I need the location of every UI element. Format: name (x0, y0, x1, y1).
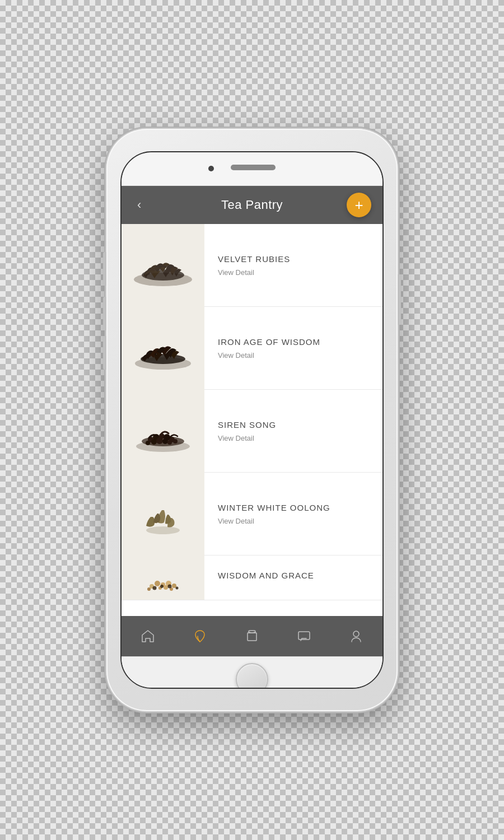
nav-item-profile[interactable] (339, 624, 373, 648)
svg-point-25 (164, 585, 168, 590)
svg-point-15 (146, 441, 150, 445)
speaker-grill (231, 165, 276, 170)
phone-top-bar (122, 152, 382, 186)
nav-item-home[interactable] (131, 624, 165, 648)
home-button[interactable] (236, 663, 268, 689)
list-item[interactable]: VELVET RUBIES View Detail (122, 224, 382, 307)
svg-point-22 (172, 584, 176, 588)
tea-name-4: WINTER WHITE OOLONG (218, 503, 369, 512)
add-tea-button[interactable]: + (347, 193, 371, 217)
list-item[interactable]: WISDOM AND GRACE (122, 556, 382, 600)
bottom-nav (122, 616, 382, 656)
svg-point-19 (155, 581, 160, 586)
list-item[interactable]: IRON AGE OF WISDOM View Detail (122, 307, 382, 390)
svg-point-33 (353, 631, 359, 637)
tea-name-3: SIREN SONG (218, 420, 369, 430)
svg-point-16 (173, 439, 178, 444)
tea-info-1: VELVET RUBIES View Detail (204, 245, 382, 286)
list-item[interactable]: SIREN SONG View Detail (122, 390, 382, 473)
tea-info-5: WISDOM AND GRACE (204, 562, 382, 594)
tea-leaf-icon (192, 628, 208, 644)
tea-image-4 (122, 473, 204, 556)
svg-point-12 (156, 437, 163, 444)
tea-info-4: WINTER WHITE OOLONG View Detail (204, 494, 382, 534)
home-icon (140, 628, 156, 644)
back-button[interactable]: ‹ (133, 193, 146, 217)
tea-image-5 (122, 556, 204, 600)
svg-point-28 (160, 585, 164, 588)
tea-image-3 (122, 390, 204, 473)
tea-name-5: WISDOM AND GRACE (218, 571, 369, 580)
svg-point-17 (146, 526, 180, 534)
page-title: Tea Pantry (221, 198, 283, 212)
app-header: ‹ Tea Pantry + (122, 186, 382, 224)
nav-item-tea[interactable] (183, 624, 217, 648)
tea-info-3: SIREN SONG View Detail (204, 411, 382, 451)
tea-action-1[interactable]: View Detail (218, 268, 369, 277)
svg-point-11 (151, 439, 157, 445)
list-item[interactable]: WINTER WHITE OOLONG View Detail (122, 473, 382, 556)
svg-point-27 (153, 586, 157, 590)
svg-point-13 (162, 438, 168, 444)
tea-action-2[interactable]: View Detail (218, 351, 369, 360)
phone-home-area (122, 656, 382, 689)
tea-action-4[interactable]: View Detail (218, 517, 369, 525)
tea-image-2 (122, 307, 204, 390)
tea-action-3[interactable]: View Detail (218, 434, 369, 442)
svg-point-14 (167, 440, 172, 445)
messages-icon (296, 628, 312, 644)
tea-info-2: IRON AGE OF WISDOM View Detail (204, 328, 382, 368)
camera-dot (208, 166, 214, 171)
tea-list: VELVET RUBIES View Detail (122, 224, 382, 616)
tea-name-2: IRON AGE OF WISDOM (218, 337, 369, 347)
nav-item-cart[interactable] (235, 624, 269, 648)
nav-item-messages[interactable] (287, 624, 321, 648)
tea-image-1 (122, 224, 204, 307)
cart-icon (244, 628, 260, 644)
phone-screen: ‹ Tea Pantry + (120, 151, 384, 689)
svg-point-30 (176, 586, 179, 589)
profile-icon (348, 628, 364, 644)
tea-name-1: VELVET RUBIES (218, 254, 369, 264)
svg-point-23 (147, 587, 151, 591)
app-container: ‹ Tea Pantry + (122, 186, 382, 656)
svg-rect-31 (248, 633, 256, 641)
phone-frame: ‹ Tea Pantry + (106, 129, 398, 711)
svg-point-29 (168, 584, 172, 588)
